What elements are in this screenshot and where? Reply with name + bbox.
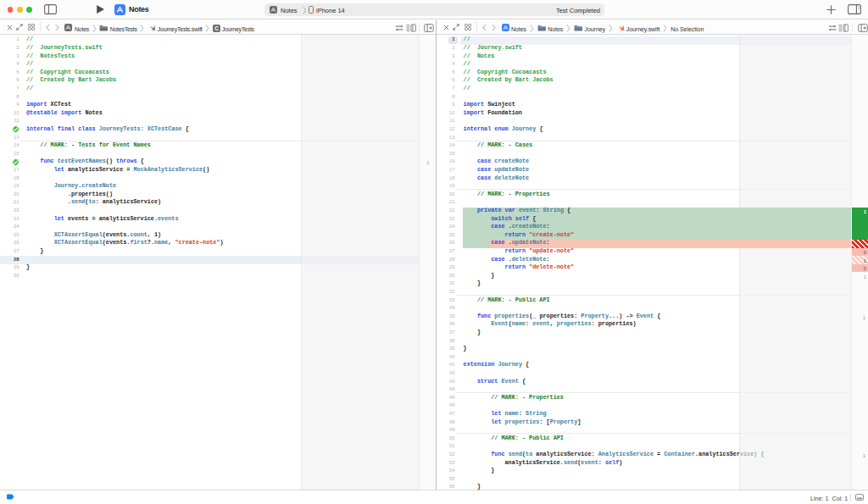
svg-text:C: C: [214, 25, 219, 31]
